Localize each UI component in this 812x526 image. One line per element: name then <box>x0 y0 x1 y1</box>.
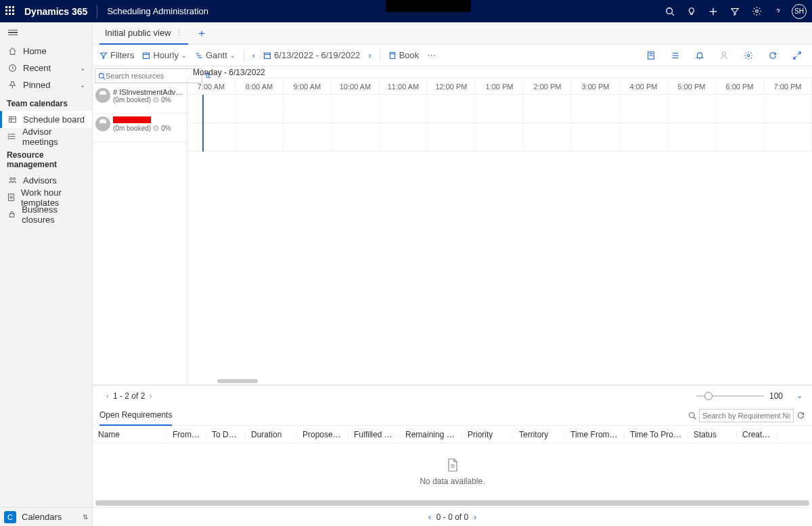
requirements-scrollbar[interactable] <box>95 500 809 506</box>
lightbulb-icon[interactable] <box>681 1 702 22</box>
req-next-button[interactable]: › <box>474 512 476 522</box>
requirements-tabs: Open Requirements <box>93 406 812 426</box>
nav-recent[interactable]: Recent ⌄ <box>0 60 92 76</box>
footer-label: Calendars <box>22 512 62 522</box>
refresh-icon[interactable] <box>765 47 781 64</box>
legend-icon[interactable] <box>667 47 683 64</box>
more-actions-button[interactable]: ⋯ <box>427 50 436 60</box>
settings-icon[interactable] <box>746 1 767 22</box>
pager-prev-button[interactable]: ‹ <box>102 391 113 401</box>
svg-point-35 <box>722 51 725 55</box>
svg-point-4 <box>755 10 758 13</box>
svg-point-13 <box>8 136 9 137</box>
gear-icon[interactable] <box>740 47 757 64</box>
zoom-slider[interactable]: 100 <box>696 391 783 401</box>
view-mode-dropdown[interactable]: Gantt ⌄ <box>195 50 235 60</box>
bell-icon[interactable] <box>692 47 708 64</box>
book-button[interactable]: Book <box>388 50 420 60</box>
requirements-icon[interactable] <box>643 47 659 64</box>
chevron-down-icon: ⌄ <box>181 52 187 59</box>
requirements-column-header[interactable]: Status <box>688 430 737 439</box>
resource-row[interactable]: (0m booked) 0% <box>93 114 187 142</box>
requirements-column-header[interactable]: Duration <box>246 430 297 439</box>
timeline-grid[interactable] <box>187 95 812 152</box>
requirements-column-header[interactable]: Priority <box>462 430 514 439</box>
add-icon[interactable] <box>702 1 724 22</box>
requirements-tab-open[interactable]: Open Requirements <box>99 406 172 426</box>
filters-button[interactable]: Filters <box>99 50 134 60</box>
timescale-dropdown[interactable]: Hourly ⌄ <box>142 50 187 60</box>
resource-row[interactable]: # ISInvestmentAdvisor (0m booked) 0% <box>93 85 187 114</box>
search-field[interactable] <box>106 72 199 80</box>
redacted-area <box>386 0 471 12</box>
filter-icon[interactable] <box>724 1 746 22</box>
requirements-footer: ‹ 0 - 0 of 0 › <box>93 507 812 526</box>
slider-track[interactable] <box>696 395 764 397</box>
requirements-refresh-icon[interactable] <box>796 411 805 420</box>
hour-header-cell: 6:00 PM <box>716 79 764 94</box>
footer-badge: C <box>4 511 16 523</box>
requirements-column-header[interactable]: Territory <box>514 430 565 439</box>
svg-point-15 <box>9 177 12 179</box>
timeline-row[interactable] <box>187 95 812 123</box>
requirements-column-header[interactable]: To Date <box>206 430 246 439</box>
hour-header-cell: 5:00 PM <box>668 79 716 94</box>
requirements-column-header[interactable]: Name <box>93 430 167 439</box>
view-tab-initial[interactable]: Initial public view ⋮ <box>99 22 188 45</box>
document-icon <box>446 458 459 473</box>
nav-label: Schedule board <box>23 114 85 125</box>
sidebar-footer[interactable]: C Calendars ⇅ <box>0 507 92 526</box>
next-range-button[interactable]: › <box>368 50 371 60</box>
requirements-column-header[interactable]: Created On <box>737 430 777 439</box>
add-tab-button[interactable]: ＋ <box>192 24 211 43</box>
requirements-column-header[interactable]: Proposed D... <box>297 430 348 439</box>
nav-business-closures[interactable]: Business closures <box>0 206 92 223</box>
help-icon[interactable] <box>767 1 789 22</box>
requirements-column-header[interactable]: From D... <box>167 430 206 439</box>
menu-toggle-icon[interactable] <box>8 28 18 37</box>
slider-thumb[interactable] <box>704 392 713 400</box>
pager-next-button[interactable]: › <box>145 391 156 401</box>
list-icon <box>7 132 17 141</box>
requirements-column-header[interactable]: Time To Promised <box>625 430 688 439</box>
svg-point-36 <box>747 54 750 57</box>
requirements-search-input[interactable] <box>699 409 794 422</box>
svg-line-42 <box>694 417 696 419</box>
app-launcher-icon[interactable] <box>5 6 16 17</box>
date-range-picker[interactable]: 6/13/2022 - 6/19/2022 <box>263 50 360 60</box>
zoom-value: 100 <box>769 391 783 401</box>
requirements-column-header[interactable]: Fulfilled Dur... <box>348 430 400 439</box>
prev-range-button[interactable]: ‹ <box>252 50 255 60</box>
nav-label: Advisors <box>23 175 57 185</box>
req-prev-button[interactable]: ‹ <box>428 512 431 522</box>
horizontal-scrollbar-thumb[interactable] <box>217 379 258 383</box>
requirements-column-header[interactable]: Remaining Dura... <box>400 430 462 439</box>
chevron-left-icon: ‹ <box>252 50 255 60</box>
date-range-label: 6/13/2022 - 6/19/2022 <box>274 50 360 60</box>
nav-schedule-board[interactable]: Schedule board <box>0 111 92 128</box>
expand-icon[interactable] <box>789 47 805 64</box>
nav-advisors[interactable]: Advisors <box>0 172 92 189</box>
template-icon <box>7 193 16 202</box>
user-avatar[interactable]: SH <box>792 4 807 19</box>
resource-details: (0m booked) 0% <box>113 96 184 104</box>
requirements-column-header[interactable]: Time From Pro... <box>565 430 625 439</box>
nav-advisor-meetings[interactable]: Advisor meetings <box>0 128 92 145</box>
svg-point-14 <box>8 138 9 139</box>
nav-work-hour-templates[interactable]: Work hour templates <box>0 189 92 206</box>
nav-home[interactable]: Home <box>0 43 92 60</box>
more-icon[interactable]: ⋮ <box>175 28 183 37</box>
svg-rect-25 <box>265 53 271 58</box>
search-icon[interactable] <box>659 1 681 22</box>
hour-header-cell: 7:00 PM <box>764 79 812 94</box>
nav-pinned[interactable]: Pinned ⌄ <box>0 76 92 93</box>
empty-text: No data available. <box>420 477 484 486</box>
search-resources-input[interactable] <box>95 68 202 83</box>
content-area: Initial public view ⋮ ＋ Filters Hourly ⌄… <box>93 22 812 526</box>
user-settings-icon[interactable] <box>716 47 732 64</box>
schedule-board: ⇅ # ISInvestmentAdvisor (0m booked) 0% (… <box>93 66 812 385</box>
panel-collapse-button[interactable]: ⌄ <box>796 391 803 400</box>
svg-rect-17 <box>8 194 14 201</box>
tool-label: Filters <box>110 50 134 60</box>
timeline-row[interactable] <box>187 123 812 152</box>
